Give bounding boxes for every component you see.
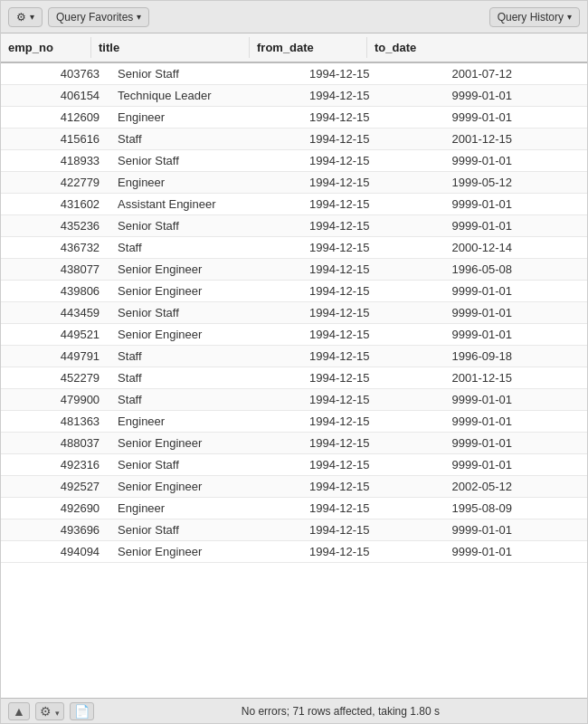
table-row[interactable]: 492690Engineer1994-12-151995-08-09 [1,498,587,519]
table-row[interactable]: 443459Senior Staff1994-12-159999-01-01 [1,302,587,324]
cell-title: Engineer [110,107,302,129]
cell-emp-no: 494094 [1,541,110,563]
cell-to-date: 9999-01-01 [445,324,587,346]
cell-from-date: 1994-12-15 [302,541,444,563]
cell-emp-no: 431602 [1,194,110,215]
cell-from-date: 1994-12-15 [302,194,444,215]
cell-emp-no: 481363 [1,411,110,433]
cell-emp-no: 418933 [1,150,110,172]
col-header-to-date: to_date [367,37,485,58]
table-row[interactable]: 479900Staff1994-12-159999-01-01 [1,389,587,411]
table-row[interactable]: 438077Senior Engineer1994-12-151996-05-0… [1,259,587,281]
table-row[interactable]: 439806Senior Engineer1994-12-159999-01-0… [1,281,587,302]
table-row[interactable]: 494094Senior Engineer1994-12-159999-01-0… [1,541,587,563]
col-header-title: title [91,37,250,58]
cell-from-date: 1994-12-15 [302,107,444,129]
status-doc-button[interactable]: 📄 [70,702,94,720]
cell-to-date: 2002-05-12 [445,476,587,498]
cell-to-date: 9999-01-01 [445,281,587,302]
table-row[interactable]: 431602Assistant Engineer1994-12-159999-0… [1,194,587,215]
doc-icon: 📄 [74,704,90,719]
status-bar-left: ▲ ⚙ ▾ 📄 [8,702,94,720]
col-header-from-date: from_date [250,37,367,58]
table-row[interactable]: 418933Senior Staff1994-12-159999-01-01 [1,150,587,172]
table-row[interactable]: 449791Staff1994-12-151996-09-18 [1,346,587,367]
cell-from-date: 1994-12-15 [302,172,444,194]
table-row[interactable]: 436732Staff1994-12-152000-12-14 [1,237,587,259]
cell-from-date: 1994-12-15 [302,476,444,498]
cell-from-date: 1994-12-15 [302,454,444,476]
table-row[interactable]: 452279Staff1994-12-152001-12-15 [1,367,587,389]
cell-to-date: 1996-09-18 [445,346,587,367]
cell-from-date: 1994-12-15 [302,389,444,411]
cell-from-date: 1994-12-15 [302,63,444,85]
cell-from-date: 1994-12-15 [302,519,444,541]
cell-emp-no: 438077 [1,259,110,281]
cell-title: Technique Leader [110,85,302,107]
status-gear-icon: ⚙ [40,704,52,719]
table-row[interactable]: 493696Senior Staff1994-12-159999-01-01 [1,519,587,541]
gear-icon: ⚙ [16,11,26,24]
cell-to-date: 9999-01-01 [445,107,587,129]
table-row[interactable]: 481363Engineer1994-12-159999-01-01 [1,411,587,433]
table-row[interactable]: 449521Senior Engineer1994-12-159999-01-0… [1,324,587,346]
cell-to-date: 9999-01-01 [445,85,587,107]
query-favorites-button[interactable]: Query Favorites ▾ [48,7,149,27]
cell-title: Staff [110,367,302,389]
query-history-chevron: ▾ [567,12,572,22]
cell-emp-no: 435236 [1,215,110,237]
table-row[interactable]: 415616Staff1994-12-152001-12-15 [1,129,587,150]
table-row[interactable]: 422779Engineer1994-12-151999-05-12 [1,172,587,194]
table-row[interactable]: 406154Technique Leader1994-12-159999-01-… [1,85,587,107]
cell-from-date: 1994-12-15 [302,237,444,259]
table-row[interactable]: 403763Senior Staff1994-12-152001-07-12 [1,63,587,85]
cell-from-date: 1994-12-15 [302,85,444,107]
cell-title: Senior Engineer [110,281,302,302]
cell-to-date: 9999-01-01 [445,454,587,476]
cell-emp-no: 492316 [1,454,110,476]
cell-from-date: 1994-12-15 [302,150,444,172]
table-row[interactable]: 412609Engineer1994-12-159999-01-01 [1,107,587,129]
cell-to-date: 2001-07-12 [445,63,587,85]
cell-title: Engineer [110,172,302,194]
cell-from-date: 1994-12-15 [302,346,444,367]
status-expand-button[interactable]: ▲ [8,702,30,720]
query-favorites-label: Query Favorites [56,11,133,24]
gear-button[interactable]: ⚙ ▾ [8,7,43,27]
table-row[interactable]: 492527Senior Engineer1994-12-152002-05-1… [1,476,587,498]
table-row[interactable]: 488037Senior Engineer1994-12-159999-01-0… [1,433,587,454]
gear-chevron: ▾ [30,12,34,22]
expand-icon: ▲ [13,704,25,719]
cell-from-date: 1994-12-15 [302,367,444,389]
query-history-button[interactable]: Query History ▾ [489,7,580,27]
cell-emp-no: 403763 [1,63,110,85]
cell-from-date: 1994-12-15 [302,281,444,302]
status-bar: ▲ ⚙ ▾ 📄 No errors; 71 rows affected, tak… [1,698,587,723]
cell-from-date: 1994-12-15 [302,129,444,150]
cell-emp-no: 449791 [1,346,110,367]
cell-from-date: 1994-12-15 [302,498,444,519]
cell-emp-no: 436732 [1,237,110,259]
status-gear-button[interactable]: ⚙ ▾ [35,702,64,720]
cell-emp-no: 443459 [1,302,110,324]
cell-from-date: 1994-12-15 [302,215,444,237]
cell-title: Senior Staff [110,63,302,85]
column-headers: emp_no title from_date to_date [1,33,587,63]
cell-emp-no: 488037 [1,433,110,454]
cell-emp-no: 492527 [1,476,110,498]
cell-title: Senior Engineer [110,541,302,563]
cell-to-date: 9999-01-01 [445,389,587,411]
table-container[interactable]: 403763Senior Staff1994-12-152001-07-1240… [1,63,587,698]
cell-to-date: 2001-12-15 [445,367,587,389]
cell-to-date: 9999-01-01 [445,150,587,172]
cell-emp-no: 492690 [1,498,110,519]
cell-title: Assistant Engineer [110,194,302,215]
cell-to-date: 2000-12-14 [445,237,587,259]
table-row[interactable]: 492316Senior Staff1994-12-159999-01-01 [1,454,587,476]
cell-emp-no: 412609 [1,107,110,129]
status-gear-chevron: ▾ [55,709,60,718]
col-header-emp-no: emp_no [1,37,91,58]
table-row[interactable]: 435236Senior Staff1994-12-159999-01-01 [1,215,587,237]
cell-title: Engineer [110,411,302,433]
cell-emp-no: 439806 [1,281,110,302]
